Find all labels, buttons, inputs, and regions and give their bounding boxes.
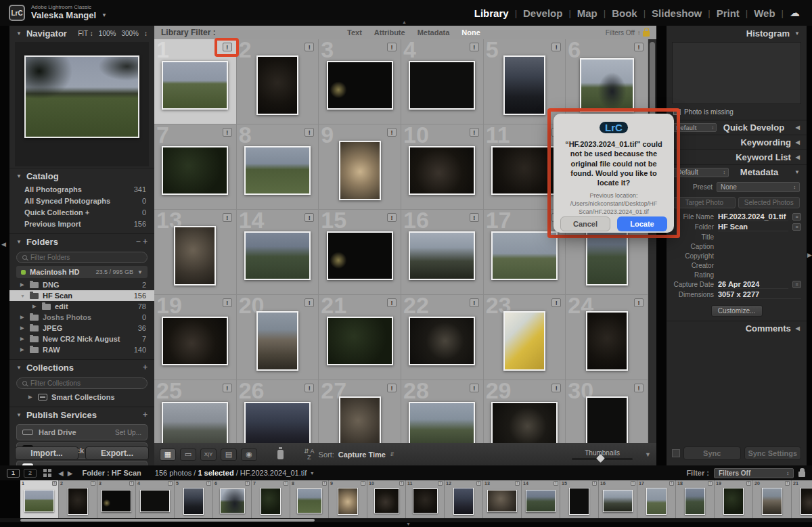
missing-photo-badge[interactable]: ! xyxy=(470,298,479,307)
grid-cell-24[interactable]: 24! xyxy=(566,295,648,380)
missing-photo-badge[interactable]: ! xyxy=(515,481,520,486)
filmstrip-thumbnail[interactable] xyxy=(603,490,633,512)
metadata-field-action-icon[interactable]: ≡ xyxy=(792,213,801,221)
photo-thumbnail[interactable] xyxy=(409,61,475,110)
filmstrip-cell-16[interactable]: 16! xyxy=(599,480,637,518)
missing-photo-badge[interactable]: ! xyxy=(322,481,327,486)
filmstrip-cell-1[interactable]: 1! xyxy=(20,480,59,518)
filmstrip-cell-3[interactable]: 3! xyxy=(97,480,136,518)
filter-collections-search[interactable]: Filter Collections xyxy=(16,377,148,389)
photo-thumbnail[interactable] xyxy=(162,402,228,444)
toolbar-options-caret-icon[interactable]: ▼ xyxy=(645,451,651,458)
publish-services-header[interactable]: ▼ Publish Services + xyxy=(9,407,154,422)
disclosure-right-icon[interactable]: ▶ xyxy=(20,336,26,342)
forward-arrow-icon[interactable]: ▶ xyxy=(68,469,73,477)
navigator-zoom-caret-icon[interactable]: ↕ xyxy=(144,30,148,37)
missing-photo-badge[interactable]: ! xyxy=(592,481,597,486)
photo-thumbnail[interactable] xyxy=(503,311,545,371)
volume-caret-icon[interactable]: ▼ xyxy=(137,269,143,275)
sort-direction-icon[interactable]: ⇵ AZ xyxy=(304,449,315,459)
folders-add-remove-buttons[interactable]: − + xyxy=(136,237,148,246)
photo-thumbnail[interactable] xyxy=(327,231,393,280)
filmstrip-cell-21[interactable]: 21! xyxy=(792,480,812,518)
metadata-header[interactable]: Default↕ Metadata ▼ xyxy=(667,164,807,179)
missing-photo-badge[interactable]: ! xyxy=(551,298,561,307)
photo-thumbnail[interactable] xyxy=(244,402,311,444)
filmstrip-thumbnail[interactable] xyxy=(102,490,131,512)
grid-cell-29[interactable]: 29! xyxy=(484,380,566,443)
disclosure-right-icon[interactable]: ▶ xyxy=(28,394,34,400)
photo-thumbnail[interactable] xyxy=(586,311,628,371)
filmstrip-cell-11[interactable]: 11! xyxy=(406,480,445,518)
missing-photo-badge[interactable]: ! xyxy=(304,384,314,392)
filmstrip-thumbnail[interactable] xyxy=(220,488,245,513)
folder-row-edit[interactable]: ▶edit78 xyxy=(9,301,154,312)
photo-thumbnail[interactable] xyxy=(256,311,298,371)
go-to-grid-icon[interactable] xyxy=(43,469,51,477)
disclosure-right-icon[interactable]: ▶ xyxy=(20,282,26,288)
disclosure-right-icon[interactable]: ▶ xyxy=(32,304,38,309)
filmstrip-scrollbar-thumb[interactable] xyxy=(20,519,315,522)
keyword-list-header[interactable]: Keyword List ◀ xyxy=(667,150,807,164)
grid-cell-16[interactable]: 16! xyxy=(401,210,484,295)
filmstrip-cell-10[interactable]: 10! xyxy=(367,480,406,518)
missing-photo-badge[interactable]: ! xyxy=(470,384,479,392)
filmstrip-thumbnail[interactable] xyxy=(338,488,358,515)
compare-view-button[interactable]: X|Y xyxy=(200,449,217,461)
filmstrip-thumbnail[interactable] xyxy=(487,490,517,512)
photo-thumbnail[interactable] xyxy=(503,55,545,115)
folder-row-joshs-photos[interactable]: ▶Joshs Photos0 xyxy=(9,312,154,323)
sort-value[interactable]: Capture Time xyxy=(338,451,386,459)
metadata-field-value[interactable] xyxy=(718,271,801,279)
missing-photo-badge[interactable]: ! xyxy=(129,481,134,486)
missing-photo-badge[interactable]: ! xyxy=(634,298,644,307)
filmstrip-cell-2[interactable]: 2! xyxy=(59,480,97,518)
grid-cell-28[interactable]: 28! xyxy=(401,380,484,443)
missing-photo-badge[interactable]: ! xyxy=(634,384,644,392)
customize-button[interactable]: Customize... xyxy=(711,305,763,317)
keywording-header[interactable]: Keywording ◀ xyxy=(667,135,807,150)
filmstrip-thumbnail[interactable] xyxy=(140,490,170,512)
photo-thumbnail[interactable] xyxy=(327,61,393,110)
module-book[interactable]: Book xyxy=(612,7,637,19)
collections-add-button[interactable]: + xyxy=(143,363,148,372)
filmstrip-thumbnail[interactable] xyxy=(374,488,399,513)
filmstrip-cell-7[interactable]: 7! xyxy=(252,480,290,518)
filmstrip-cell-19[interactable]: 19! xyxy=(715,480,753,518)
navigator-zoom-300[interactable]: 300% xyxy=(121,30,139,37)
filmstrip-cell-13[interactable]: 13! xyxy=(483,480,522,518)
thumbnails-slider[interactable] xyxy=(572,458,633,460)
filmstrip-filter-lock-icon[interactable] xyxy=(798,472,805,477)
folder-row-raw[interactable]: ▶RAW140 xyxy=(9,344,154,355)
filmstrip-cell-15[interactable]: 15! xyxy=(560,480,599,518)
missing-photo-badge[interactable]: ! xyxy=(554,481,558,486)
preset-dropdown[interactable]: None↕ xyxy=(717,182,800,192)
import-button[interactable]: Import... xyxy=(15,446,78,460)
histogram-box[interactable] xyxy=(672,42,801,104)
disclosure-right-icon[interactable]: ▶ xyxy=(20,325,26,331)
filmstrip-thumbnail[interactable] xyxy=(183,488,204,515)
loupe-view-button[interactable]: ▭ xyxy=(180,449,196,461)
right-panel-collapse-icon[interactable]: ▶ xyxy=(807,252,812,258)
grid-cell-10[interactable]: 10! xyxy=(401,124,484,210)
filmstrip-cell-17[interactable]: 17! xyxy=(637,480,676,518)
people-view-button[interactable]: ◉ xyxy=(241,449,257,461)
filmstrip-thumbnail[interactable] xyxy=(261,488,281,515)
photo-thumbnail[interactable] xyxy=(174,226,216,285)
photo-thumbnail[interactable] xyxy=(409,402,475,444)
grid-scrollbar[interactable] xyxy=(648,39,656,443)
missing-photo-badge[interactable]: ! xyxy=(223,128,232,137)
filmstrip-thumbnail[interactable] xyxy=(723,488,744,515)
missing-photo-badge[interactable]: ! xyxy=(304,298,314,307)
photo-thumbnail[interactable] xyxy=(244,231,311,280)
filter-option-metadata[interactable]: Metadata xyxy=(418,28,450,37)
back-arrow-icon[interactable]: ◀ xyxy=(58,469,64,477)
publish-add-button[interactable]: + xyxy=(143,410,148,419)
photo-thumbnail[interactable] xyxy=(586,396,628,444)
filmstrip-status[interactable]: 156 photos / 1 selected / HF.2023.2024_0… xyxy=(155,469,307,477)
filmstrip-thumbnail[interactable] xyxy=(297,488,322,513)
missing-photo-badge[interactable]: ! xyxy=(785,481,790,486)
filmstrip-thumbnail[interactable] xyxy=(526,490,556,512)
grid-view-button[interactable]: ▦ xyxy=(160,449,176,461)
folders-header[interactable]: ▼ Folders − + xyxy=(9,234,154,249)
